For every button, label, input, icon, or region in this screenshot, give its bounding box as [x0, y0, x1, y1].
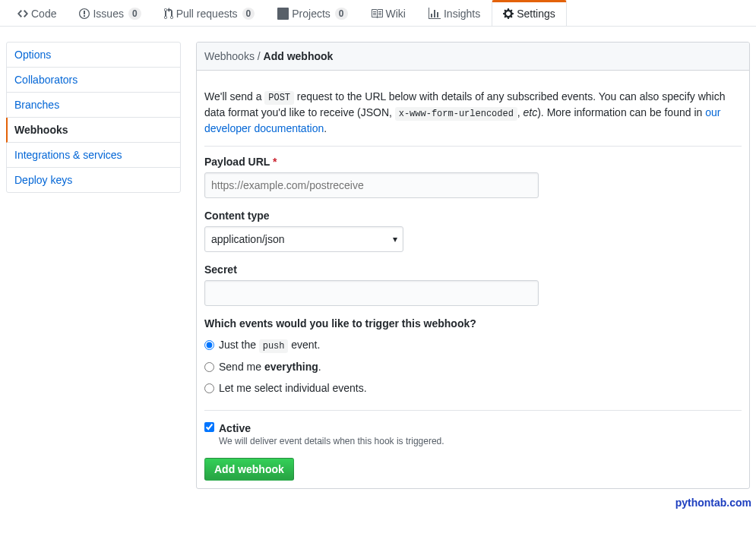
tab-pulls[interactable]: Pull requests 0 — [153, 0, 267, 26]
tab-insights-label: Insights — [444, 8, 480, 20]
git-pull-request-icon — [164, 8, 173, 20]
payload-url-input[interactable] — [204, 172, 539, 198]
tab-projects[interactable]: Projects 0 — [266, 0, 359, 26]
post-code: POST — [264, 91, 293, 106]
breadcrumb-sep: / — [255, 50, 264, 62]
sidebar-item-branches[interactable]: Branches — [7, 93, 180, 118]
tab-insights[interactable]: Insights — [417, 0, 492, 26]
graph-icon — [429, 8, 441, 20]
sidebar-item-integrations[interactable]: Integrations & services — [7, 143, 180, 168]
content-type-select[interactable]: application/json — [204, 226, 403, 252]
tab-issues-label: Issues — [93, 8, 123, 20]
tab-settings-label: Settings — [517, 8, 555, 20]
urlencoded-code: x-www-form-urlencoded — [395, 107, 517, 121]
active-note: We will deliver event details when this … — [219, 436, 444, 446]
main-container: Options Collaborators Branches Webhooks … — [0, 27, 756, 504]
add-webhook-button[interactable]: Add webhook — [204, 458, 294, 481]
tab-wiki[interactable]: Wiki — [359, 0, 417, 26]
radio-individual-label[interactable]: Let me select individual events. — [219, 382, 367, 394]
breadcrumb-parent: Webhooks — [204, 50, 255, 62]
tab-settings[interactable]: Settings — [492, 0, 567, 26]
radio-everything[interactable] — [204, 362, 214, 372]
secret-input[interactable] — [204, 280, 539, 306]
book-icon — [371, 8, 383, 20]
required-asterisk: * — [273, 156, 277, 168]
gear-icon — [503, 8, 514, 20]
tab-code[interactable]: Code — [6, 0, 68, 26]
intro-text: We'll send a POST request to the URL bel… — [204, 89, 742, 147]
tab-pulls-label: Pull requests — [176, 8, 238, 20]
active-checkbox[interactable] — [204, 422, 214, 432]
active-label[interactable]: Active — [219, 422, 251, 434]
pulls-count: 0 — [242, 8, 255, 20]
events-question: Which events would you like to trigger t… — [204, 317, 742, 330]
code-icon — [17, 8, 28, 20]
tab-projects-label: Projects — [292, 8, 331, 20]
tab-issues[interactable]: Issues 0 — [68, 0, 152, 26]
form-section: We'll send a POST request to the URL bel… — [197, 71, 749, 488]
breadcrumb: Webhooks / Add webhook — [197, 43, 749, 71]
content-panel: Webhooks / Add webhook We'll send a POST… — [196, 42, 750, 489]
sidebar-item-collaborators[interactable]: Collaborators — [7, 68, 180, 93]
sidebar-item-options[interactable]: Options — [7, 43, 180, 68]
tab-code-label: Code — [31, 8, 56, 20]
radio-just-push-label[interactable]: Just the push event. — [219, 339, 320, 352]
repo-tabnav: Code Issues 0 Pull requests 0 Projects 0… — [0, 0, 756, 27]
radio-individual[interactable] — [204, 383, 214, 393]
radio-just-push[interactable] — [204, 340, 214, 350]
radio-everything-label[interactable]: Send me everything. — [219, 361, 321, 373]
issues-count: 0 — [128, 8, 141, 20]
tab-wiki-label: Wiki — [386, 8, 406, 20]
payload-url-label: Payload URL * — [204, 156, 742, 168]
projects-count: 0 — [335, 8, 348, 20]
sidebar-item-webhooks[interactable]: Webhooks — [6, 118, 180, 143]
content-type-label: Content type — [204, 210, 742, 222]
watermark: pythontab.com — [0, 497, 756, 509]
settings-sidebar: Options Collaborators Branches Webhooks … — [6, 42, 181, 193]
issue-icon — [79, 8, 90, 20]
sidebar-item-deploy-keys[interactable]: Deploy keys — [7, 168, 180, 192]
secret-label: Secret — [204, 263, 742, 276]
breadcrumb-current: Add webhook — [264, 50, 334, 62]
project-icon — [277, 8, 289, 20]
